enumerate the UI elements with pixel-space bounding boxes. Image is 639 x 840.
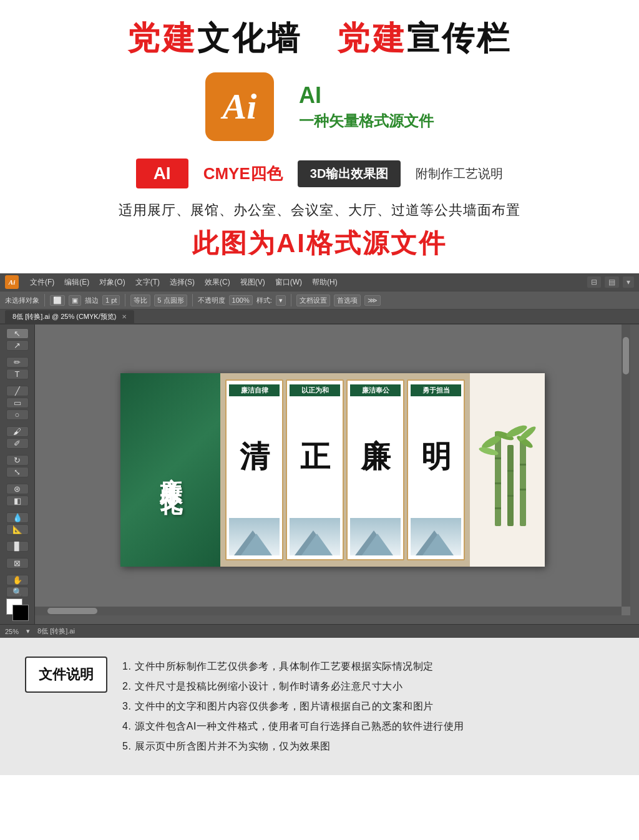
tab-label: 8低 [转换].ai @ 25% (CMYK/预览) bbox=[12, 313, 116, 320]
menu-view[interactable]: 视图(V) bbox=[235, 276, 270, 289]
panel-banner-1: 廉洁自律 bbox=[229, 384, 280, 396]
menu-icon-arrange[interactable]: ⊟ bbox=[587, 276, 601, 288]
tool-pencil[interactable]: ✐ bbox=[6, 438, 29, 449]
ai-icon-box: Ai bbox=[205, 72, 274, 141]
menu-edit[interactable]: 编辑(E) bbox=[59, 276, 94, 289]
tool-pen[interactable]: ✏ bbox=[6, 357, 29, 368]
title-black-1: 文化墙 bbox=[197, 20, 302, 56]
top-section: 党建文化墙 党建宣传栏 Ai AI 一种矢量格式源文件 AI CMYE四色 3D… bbox=[0, 0, 639, 273]
scrollbar-h-thumb[interactable] bbox=[47, 608, 97, 614]
tool-type[interactable]: T bbox=[6, 369, 29, 379]
panel-char-4: 明 bbox=[421, 442, 451, 472]
badge-note: 附制作工艺说明 bbox=[416, 165, 503, 182]
menu-effect[interactable]: 效果(C) bbox=[200, 276, 235, 289]
tool-gradient[interactable]: ◧ bbox=[6, 496, 29, 506]
tool-rect[interactable]: ▭ bbox=[6, 398, 29, 408]
panel-mountain-3 bbox=[350, 518, 401, 555]
artboard: 廉政文化 廉洁自律 清 以正为和 正 bbox=[120, 373, 545, 567]
usage-text: 适用展厅、展馆、办公室、会议室、大厅、过道等公共墙面布置 bbox=[37, 201, 602, 220]
toolbar-style-box[interactable]: ▾ bbox=[276, 295, 286, 306]
toolbar-ratio[interactable]: 等比 bbox=[130, 295, 150, 306]
toolbar-stroke-box[interactable]: ▣ bbox=[69, 295, 81, 306]
color-swatches[interactable] bbox=[6, 598, 29, 621]
swatch-foreground[interactable] bbox=[12, 605, 29, 621]
toolbar-stroke-label: 描边 bbox=[85, 296, 99, 305]
ai-icon-text: Ai bbox=[223, 89, 257, 125]
tool-slice[interactable]: ⊠ bbox=[6, 558, 29, 569]
scrollbar-v-thumb[interactable] bbox=[623, 337, 629, 374]
toolbar-more[interactable]: ⋙ bbox=[364, 295, 381, 306]
bottom-section: 文件说明 1.文件中所标制作工艺仅供参考，具体制作工艺要根据实际情况制定 2.文… bbox=[0, 638, 639, 775]
toolbar-doc-setup[interactable]: 文档设置 bbox=[296, 295, 330, 306]
toolbar-stroke-input[interactable]: 1 pt bbox=[102, 295, 120, 305]
title-red-2: 党建 bbox=[337, 20, 407, 56]
toolbox-bottom bbox=[6, 598, 29, 625]
status-bar: 25% ▾ 8低 [转换].ai bbox=[0, 624, 639, 638]
ai-subtitle: 一种矢量格式源文件 bbox=[299, 112, 434, 129]
menu-select[interactable]: 选择(S) bbox=[165, 276, 200, 289]
tool-blend[interactable]: ⊛ bbox=[6, 484, 29, 494]
tab-active[interactable]: 8低 [转换].ai @ 25% (CMYK/预览) ✕ bbox=[5, 310, 134, 323]
svg-rect-1 bbox=[507, 445, 514, 526]
title-red-1: 党建 bbox=[127, 20, 197, 56]
panel-char-3: 廉 bbox=[361, 442, 391, 472]
tool-ellipse[interactable]: ○ bbox=[6, 409, 29, 420]
svg-rect-3 bbox=[495, 457, 501, 459]
art-panels: 廉洁自律 清 以正为和 正 廉洁奉公 廉 bbox=[220, 373, 470, 567]
menu-bar: Ai 文件(F) 编辑(E) 对象(O) 文字(T) 选择(S) 效果(C) 视… bbox=[0, 273, 639, 291]
toolbar-fill-box[interactable]: ⬜ bbox=[50, 295, 65, 306]
svg-rect-8 bbox=[520, 464, 526, 466]
tool-graph[interactable]: ▊ bbox=[6, 541, 29, 552]
ai-app-icon: Ai bbox=[5, 275, 19, 289]
ai-description: AI 一种矢量格式源文件 bbox=[299, 82, 434, 131]
panel-mountain-2 bbox=[290, 518, 340, 555]
art-panel-3: 廉洁奉公 廉 bbox=[346, 379, 404, 560]
menu-icon-panel[interactable]: ▤ bbox=[605, 276, 619, 288]
toolbar-opacity-label: 不透明度 bbox=[198, 296, 225, 305]
toolbar-style-label: 样式: bbox=[256, 296, 272, 305]
tool-measure[interactable]: 📐 bbox=[6, 524, 29, 535]
file-label-box: 文件说明 bbox=[25, 657, 107, 693]
editor-main[interactable]: 廉政文化 廉洁自律 清 以正为和 正 bbox=[35, 325, 639, 624]
editor-canvas-area: ↖ ↗ ✏ T ╱ ▭ ○ 🖌 ✐ ↻ ⤡ ⊛ ◧ 💧 📐 ▊ ⊠ bbox=[0, 325, 639, 624]
panel-banner-4: 勇于担当 bbox=[411, 384, 461, 396]
panel-mountain-4 bbox=[411, 518, 461, 555]
tool-rotate[interactable]: ↻ bbox=[6, 455, 29, 466]
scrollbar-vertical[interactable] bbox=[622, 325, 630, 607]
menu-icon-dropdown[interactable]: ▾ bbox=[623, 276, 634, 288]
scrollbar-horizontal[interactable] bbox=[35, 607, 622, 615]
tool-hand[interactable]: ✋ bbox=[6, 575, 29, 585]
menu-text[interactable]: 文字(T) bbox=[130, 276, 165, 289]
tool-eyedropper[interactable]: 💧 bbox=[6, 512, 29, 523]
tool-direct-select[interactable]: ↗ bbox=[6, 340, 29, 351]
toolbar-sep-2 bbox=[125, 294, 125, 306]
tool-scale[interactable]: ⤡ bbox=[6, 467, 29, 477]
toolbar-sep-4 bbox=[291, 294, 291, 306]
tab-close-btn[interactable]: ✕ bbox=[122, 313, 127, 320]
svg-rect-7 bbox=[507, 495, 514, 497]
badge-row: AI CMYE四色 3D输出效果图 附制作工艺说明 bbox=[37, 159, 602, 188]
canvas-bg: 廉政文化 廉洁自律 清 以正为和 正 bbox=[35, 325, 630, 615]
ai-row: Ai AI 一种矢量格式源文件 bbox=[37, 72, 602, 141]
toolbar-shape[interactable]: 5 点圆形 bbox=[154, 295, 187, 306]
ai-label: AI bbox=[299, 82, 434, 109]
menu-window[interactable]: 窗口(W) bbox=[270, 276, 307, 289]
panel-banner-2: 以正为和 bbox=[290, 384, 340, 396]
toolbox: ↖ ↗ ✏ T ╱ ▭ ○ 🖌 ✐ ↻ ⤡ ⊛ ◧ 💧 📐 ▊ ⊠ bbox=[0, 325, 35, 624]
toolbar-prefs[interactable]: 首选项 bbox=[334, 295, 361, 306]
file-note-5: 5.展示页中所含图片并不为实物，仅为效果图 bbox=[122, 736, 614, 756]
file-note-2: 2.文件尺寸是投稿比例缩小设计，制作时请务必注意尺寸大小 bbox=[122, 676, 614, 696]
toolbar-opacity-value[interactable]: 100% bbox=[229, 295, 253, 305]
tool-zoom[interactable]: 🔍 bbox=[6, 587, 29, 597]
badge-ai: AI bbox=[136, 159, 188, 188]
menu-object[interactable]: 对象(O) bbox=[94, 276, 130, 289]
toolbar-sep-3 bbox=[192, 294, 193, 306]
menu-help[interactable]: 帮助(H) bbox=[307, 276, 343, 289]
tool-brush[interactable]: 🖌 bbox=[6, 426, 29, 437]
tool-select[interactable]: ↖ bbox=[6, 328, 29, 339]
menu-file[interactable]: 文件(F) bbox=[25, 276, 59, 289]
art-left-text: 廉政文化 bbox=[155, 460, 186, 480]
art-left-section: 廉政文化 bbox=[120, 373, 220, 567]
tool-line[interactable]: ╱ bbox=[6, 386, 29, 396]
file-note-1: 1.文件中所标制作工艺仅供参考，具体制作工艺要根据实际情况制定 bbox=[122, 657, 614, 676]
